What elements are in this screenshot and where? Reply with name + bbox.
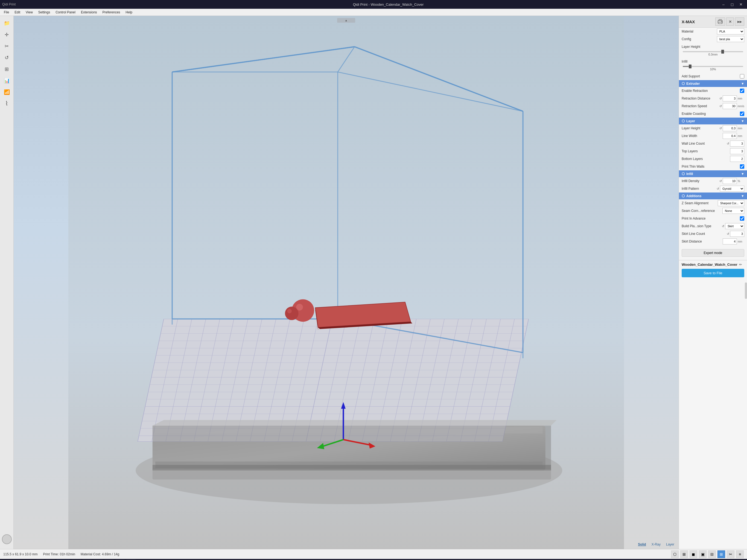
infill-density-input[interactable] [723, 178, 737, 184]
layer-height-slider-row: 0.3mm [679, 51, 747, 58]
menu-control-panel[interactable]: Control Panel [53, 10, 78, 15]
layer-section-header[interactable]: ⬡ Layer ▼ [679, 118, 747, 124]
seam-corn-label: Seam Corn...reference [681, 209, 722, 213]
menu-view[interactable]: View [23, 10, 35, 15]
restore-button[interactable]: ◻ [728, 1, 736, 8]
extruder-icon: ⬡ [681, 81, 685, 85]
printer-icon-btn[interactable] [715, 18, 725, 26]
menu-help[interactable]: Help [123, 10, 135, 15]
top-layers-row: Top Layers [679, 147, 747, 155]
collapse-btn[interactable]: ▲ [337, 18, 355, 23]
file-name-text: Wooden_Calendar_Watch_Cover [681, 262, 738, 266]
layer-height-reset[interactable]: ↺ [719, 127, 722, 130]
infill-collapse-arrow: ▼ [741, 172, 744, 176]
config-select[interactable]: best pla normal pla draft pla [717, 36, 744, 42]
edit-filename-icon[interactable]: ✏ [739, 262, 742, 266]
tool-move[interactable]: ✛ [2, 29, 12, 40]
infill-thumb[interactable] [689, 65, 692, 68]
menu-edit[interactable]: Edit [12, 10, 23, 15]
view-solid-btn[interactable]: Solid [636, 542, 647, 547]
infill-pattern-select[interactable]: Gyroid Lines Grid Honeycomb [720, 186, 744, 192]
infill-section-header[interactable]: ⬡ Infill ▼ [679, 170, 747, 177]
viewport: ▲ [14, 16, 679, 549]
infill-pattern-label: Infill Pattern [681, 187, 717, 190]
bottom-layers-input[interactable] [730, 156, 744, 162]
tool-wifi[interactable]: 📶 [2, 87, 12, 97]
status-layers-btn[interactable]: ≡ [736, 551, 744, 558]
close-printer-btn[interactable]: ✕ [726, 18, 734, 26]
status-cut-btn[interactable]: ✂ [727, 551, 735, 558]
status-objects-btn[interactable]: ⊞ [680, 551, 688, 558]
view-layer-btn[interactable]: Layer [664, 542, 676, 547]
menu-extensions[interactable]: Extensions [78, 10, 100, 15]
add-support-label: Add Support [681, 74, 740, 78]
forward-printer-btn[interactable]: ▶▶ [735, 18, 744, 26]
status-3d-btn[interactable]: ⬡ [671, 551, 679, 558]
layer-height-input[interactable] [723, 125, 737, 131]
tool-layers[interactable]: 📊 [2, 75, 12, 86]
menu-settings[interactable]: Settings [35, 10, 53, 15]
z-seam-select[interactable]: Sharpest Cor... Shortest Random [718, 200, 744, 206]
retraction-speed-reset[interactable]: ↺ [719, 104, 722, 108]
tool-open[interactable]: 📁 [2, 18, 12, 28]
view-xray-btn[interactable]: X-Ray [650, 542, 662, 547]
layer-icon: ⬡ [681, 119, 685, 123]
add-support-checkbox[interactable] [740, 74, 744, 78]
close-button[interactable]: ✕ [737, 1, 745, 8]
status-top-btn[interactable]: ⊟ [708, 551, 716, 558]
skirt-line-count-input[interactable] [730, 231, 744, 237]
expert-mode-btn[interactable]: Expert mode [681, 249, 744, 257]
tool-cut[interactable]: ✂ [2, 41, 12, 51]
layer-height-slider-container [681, 51, 744, 52]
retraction-distance-reset[interactable]: ↺ [719, 97, 722, 100]
enable-coasting-checkbox[interactable] [740, 111, 744, 116]
enable-coasting-control [740, 111, 744, 116]
build-pla-reset[interactable]: ↺ [722, 225, 724, 228]
tool-rotate[interactable]: ↺ [2, 52, 12, 63]
print-in-advance-control [740, 216, 744, 221]
save-to-file-btn[interactable]: Save to File [681, 269, 744, 277]
retraction-speed-input[interactable] [723, 103, 737, 109]
retraction-speed-row: Retraction Speed ↺ mm/s [679, 102, 747, 110]
extruder-section-header[interactable]: ⬡ Extruder ▼ [679, 80, 747, 87]
seam-corn-select[interactable]: None Convex Concave [722, 208, 744, 214]
material-select[interactable]: PLA ABS PETG [717, 28, 744, 34]
infill-density-reset[interactable]: ↺ [719, 179, 722, 183]
tool-extra[interactable]: ⌇ [2, 98, 12, 109]
print-in-advance-checkbox[interactable] [740, 216, 744, 221]
print-time-label: Print Time: [43, 552, 58, 556]
layer-height-thumb[interactable] [721, 50, 724, 54]
enable-retraction-label: Enable Retraction [681, 89, 740, 93]
config-control: best pla normal pla draft pla [717, 36, 744, 42]
status-front-btn[interactable]: ◼ [690, 551, 697, 558]
wall-line-count-input[interactable] [730, 141, 744, 147]
build-pla-select[interactable]: Skirt Brim Raft [725, 223, 744, 229]
additions-collapse-arrow: ▼ [741, 194, 744, 198]
skirt-line-count-label: Skirt Line Count [681, 232, 727, 236]
top-layers-input[interactable] [730, 148, 744, 154]
collapse-top[interactable]: ▲ [337, 18, 355, 23]
skirt-line-count-row: Skirt Line Count ↺ [679, 230, 747, 238]
print-thin-walls-checkbox[interactable] [740, 164, 744, 169]
retraction-distance-unit: mm [738, 97, 744, 100]
line-width-row: Line Width mm [679, 132, 747, 140]
retraction-distance-input[interactable] [723, 96, 737, 101]
skirt-line-count-control: ↺ [727, 231, 744, 237]
wall-line-count-reset[interactable]: ↺ [727, 142, 729, 146]
printer-header: X-MAX ✕ ▶▶ [679, 16, 747, 28]
line-width-input[interactable] [723, 133, 737, 139]
skirt-distance-input[interactable] [723, 238, 737, 245]
skirt-line-count-reset[interactable]: ↺ [727, 232, 729, 236]
status-side-btn[interactable]: ▣ [699, 551, 706, 558]
tool-scale[interactable]: ⊞ [2, 64, 12, 74]
infill-pattern-reset[interactable]: ↺ [717, 187, 719, 190]
skirt-distance-row: Skirt Distance mm [679, 238, 747, 245]
menu-preferences[interactable]: Preferences [100, 10, 123, 15]
enable-retraction-checkbox[interactable] [740, 88, 744, 93]
status-supports-btn[interactable]: ⊞ [718, 551, 725, 558]
minimize-button[interactable]: – [720, 1, 727, 8]
build-pla-control: ↺ Skirt Brim Raft [722, 223, 744, 229]
menu-file[interactable]: File [1, 10, 12, 15]
additions-section-header[interactable]: ⬡ Additions ▼ [679, 193, 747, 199]
infill-title: Infill [686, 172, 693, 176]
